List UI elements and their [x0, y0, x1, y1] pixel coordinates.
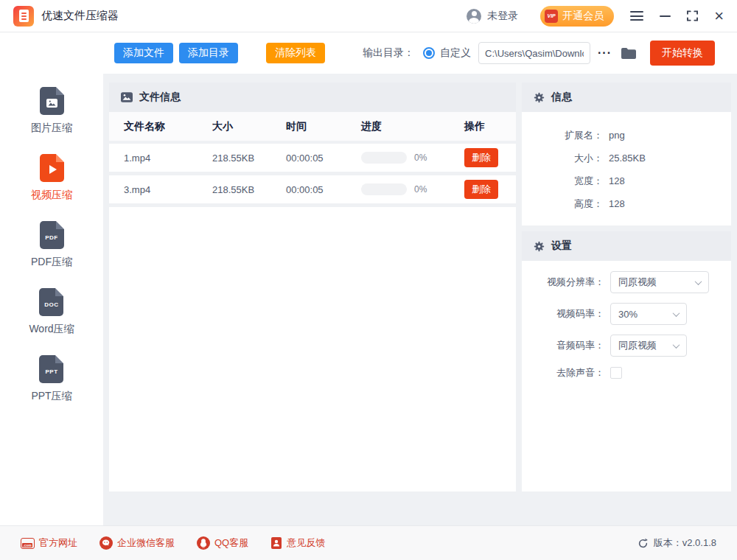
- qq-service-link[interactable]: QQ客服: [197, 536, 248, 550]
- feedback-icon: [270, 536, 282, 550]
- resolution-select[interactable]: 同原视频: [610, 271, 709, 293]
- table-header-row: 文件名称 大小 时间 进度 操作: [109, 112, 516, 144]
- feedback-link[interactable]: 意见反馈: [270, 536, 325, 550]
- add-file-button[interactable]: 添加文件: [114, 43, 173, 63]
- settings-header: 设置: [522, 231, 731, 261]
- output-directory-group: 输出目录： 自定义 ··· 开始转换: [363, 41, 715, 66]
- delete-button[interactable]: 删除: [464, 180, 498, 199]
- video-bitrate-row: 视频码率： 30%: [522, 303, 731, 325]
- audio-bitrate-select[interactable]: 同原视频: [610, 335, 687, 357]
- chevron-down-icon: [673, 341, 680, 349]
- width-label: 宽度：: [522, 175, 603, 188]
- sidebar-item-label: PDF压缩: [31, 256, 72, 269]
- custom-radio-label: 自定义: [440, 46, 471, 60]
- title-bar: 优速文件压缩器 未登录 VIP 开通会员 ×: [0, 0, 737, 32]
- video-file-icon: [40, 154, 64, 182]
- size-value: 25.85KB: [609, 153, 646, 164]
- col-filename: 文件名称: [124, 120, 212, 133]
- start-convert-button[interactable]: 开始转换: [650, 41, 715, 66]
- word-file-icon: DOC: [39, 288, 63, 316]
- add-directory-button[interactable]: 添加目录: [179, 43, 238, 63]
- titlebar-actions: 未登录 VIP 开通会员 ×: [467, 6, 724, 27]
- audio-bitrate-row: 音频码率： 同原视频: [522, 335, 731, 357]
- ext-label: 扩展名：: [522, 129, 603, 142]
- vip-icon: VIP: [545, 10, 558, 23]
- audio-bitrate-value: 同原视频: [618, 339, 657, 352]
- gear-icon: [534, 241, 545, 252]
- ppt-badge: PPT: [45, 368, 57, 375]
- sidebar-item-video-compress[interactable]: 视频压缩: [31, 154, 72, 202]
- delete-button[interactable]: 删除: [464, 148, 498, 167]
- pdf-badge: PDF: [45, 234, 58, 241]
- video-bitrate-value: 30%: [618, 309, 638, 320]
- sidebar-item-pdf-compress[interactable]: PDF PDF压缩: [31, 221, 72, 269]
- image-file-icon: [40, 87, 64, 115]
- user-avatar-icon[interactable]: [467, 9, 481, 24]
- section-gap: [522, 225, 731, 231]
- output-directory-label: 输出目录：: [363, 46, 414, 60]
- close-button[interactable]: ×: [714, 10, 724, 23]
- progress-cell: 0%: [361, 183, 464, 195]
- col-size: 大小: [212, 120, 286, 133]
- vip-button-label: 开通会员: [562, 10, 604, 23]
- qq-icon: [197, 536, 210, 550]
- sidebar: 图片压缩 视频压缩 PDF PDF压缩 DOC Word压缩 PPT PPT压缩: [0, 32, 103, 525]
- gear-icon: [534, 92, 545, 103]
- mute-label: 去除声音：: [522, 366, 604, 379]
- output-path-input[interactable]: [478, 42, 590, 64]
- mute-checkbox[interactable]: [610, 367, 622, 379]
- video-bitrate-label: 视频码率：: [522, 307, 604, 321]
- dot-com-label: .com: [22, 543, 32, 547]
- footer: .com 官方网址 企业微信客服 QQ客服: [0, 525, 737, 560]
- video-bitrate-select[interactable]: 30%: [610, 303, 687, 325]
- progress-percent: 0%: [414, 153, 427, 163]
- clear-list-button[interactable]: 清除列表: [266, 43, 325, 63]
- open-folder-button[interactable]: [621, 47, 637, 60]
- resolution-row: 视频分辨率： 同原视频: [522, 271, 731, 293]
- col-progress: 进度: [361, 120, 464, 133]
- settings-title: 设置: [551, 239, 572, 253]
- doc-badge: DOC: [44, 301, 58, 308]
- custom-radio[interactable]: [423, 47, 435, 59]
- sidebar-item-label: 视频压缩: [31, 189, 72, 202]
- file-size: 218.55KB: [212, 184, 286, 195]
- official-website-link[interactable]: .com 官方网址: [21, 536, 77, 550]
- size-label: 大小：: [522, 152, 603, 165]
- sidebar-item-word-compress[interactable]: DOC Word压缩: [29, 288, 74, 336]
- progress-cell: 0%: [361, 152, 464, 164]
- close-icon: ×: [714, 10, 724, 23]
- wechat-service-label: 企业微信客服: [117, 536, 175, 550]
- minimize-button[interactable]: [660, 15, 671, 17]
- pdf-file-icon: PDF: [40, 221, 64, 249]
- hamburger-icon: [630, 11, 643, 21]
- progress-bar: [361, 152, 407, 164]
- file-info-title: 文件信息: [139, 91, 181, 104]
- browse-more-button[interactable]: ···: [598, 46, 612, 60]
- menu-button[interactable]: [630, 11, 643, 21]
- progress-bar: [361, 183, 407, 195]
- sidebar-item-image-compress[interactable]: 图片压缩: [31, 87, 72, 135]
- chevron-down-icon: [673, 309, 680, 317]
- info-row: 大小： 25.85KB: [522, 147, 731, 169]
- table-row: 1.mp4 218.55KB 00:00:05 0% 删除: [109, 144, 516, 175]
- picture-icon: [121, 92, 133, 102]
- toolbar: 添加文件 添加目录 清除列表 输出目录： 自定义 ··· 开始转换: [103, 32, 737, 74]
- wechat-service-link[interactable]: 企业微信客服: [99, 536, 175, 550]
- file-info-header: 文件信息: [109, 83, 516, 112]
- app-title: 优速文件压缩器: [41, 9, 119, 23]
- document-icon: [19, 10, 29, 22]
- maximize-button[interactable]: [687, 10, 698, 21]
- sidebar-item-ppt-compress[interactable]: PPT PPT压缩: [31, 355, 71, 403]
- sidebar-item-label: PPT压缩: [31, 390, 71, 403]
- mute-row: 去除声音：: [522, 366, 731, 379]
- website-icon: .com: [21, 538, 35, 549]
- vip-button[interactable]: VIP 开通会员: [540, 6, 614, 27]
- version-area: 版本：v2.0.1.8: [638, 536, 716, 550]
- width-value: 128: [609, 175, 625, 186]
- chevron-down-icon: [695, 278, 702, 285]
- ext-value: png: [609, 130, 625, 141]
- refresh-icon[interactable]: [638, 538, 649, 549]
- file-name: 3.mp4: [124, 184, 212, 195]
- resolution-label: 视频分辨率：: [522, 276, 604, 289]
- login-status[interactable]: 未登录: [487, 10, 518, 23]
